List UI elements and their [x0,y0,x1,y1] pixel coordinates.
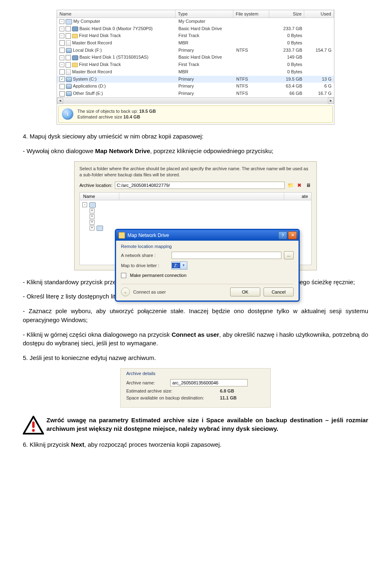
row-type: Basic Hard Disk Drive [176,26,234,32]
row-size: 0 Bytes [270,61,305,68]
row-checkbox[interactable] [66,55,71,60]
browse-button[interactable]: ... [284,251,294,259]
new-folder-icon[interactable]: 📁 [287,182,294,189]
row-fs: NTFS [234,76,270,83]
cancel-button[interactable]: Cancel [264,287,294,296]
row-name: Master Boot Record [72,40,112,45]
row-size: 233.7 GB [270,26,305,32]
col-size[interactable]: Size [269,10,304,18]
row-used: 6 G [305,83,334,90]
dialog-title: Map Network Drive [127,233,169,238]
step-5-heading: 5. Jeśli jest to konieczne edytuj nazwę … [23,353,368,362]
mbr-icon [66,69,71,75]
table-row[interactable]: System (C:)PrimaryNTFS19.5 GB13 G [57,76,334,83]
help-button[interactable]: ? [278,231,287,239]
row-size: 63.4 GB [270,83,305,90]
archive-location-input[interactable] [115,182,285,189]
connect-as-user-label[interactable]: Connect as user [133,290,227,294]
scroll-left-icon[interactable]: ◄ [57,98,63,104]
horizontal-scrollbar[interactable]: ◄ ► [57,97,334,104]
row-name: Local Disk (F:) [73,48,102,53]
info-line2-value: 10.4 GB [123,114,140,119]
row-fs: NTFS [234,90,270,97]
archive-location-description: Select a folder where the archive should… [79,166,312,178]
archive-location-label: Archive location: [79,183,112,188]
row-checkbox[interactable] [59,40,65,46]
row-checkbox[interactable] [59,77,65,82]
network-share-label: A network share : [121,253,169,258]
row-used: 16.7 G [305,90,334,97]
scroll-right-icon[interactable]: ► [328,98,334,104]
computer-icon [97,226,103,231]
col-name-label[interactable]: Name [80,193,119,200]
disk-selection-window: Name Type File system Size Used -My Comp… [57,10,334,125]
table-row[interactable]: -First Hard Disk TrackFirst Track0 Bytes [57,61,334,68]
step-4-bullet-1: - Wywołaj okno dialogowe Map Network Dri… [23,147,368,156]
row-checkbox[interactable] [66,26,71,31]
row-size: 19.5 GB [270,76,305,83]
row-type: My Computer [176,18,234,25]
row-fs: NTFS [234,47,270,54]
map-network-drive-dialog: Map Network Drive ? ✕ Remote location ma… [115,229,300,302]
permanent-connection-checkbox[interactable] [121,273,126,278]
map-drive-icon[interactable]: 🖥 [305,182,312,189]
vol-icon [66,91,72,96]
row-checkbox[interactable] [66,33,71,39]
table-row[interactable]: -Basic Hard Disk 0 (Maxtor 7Y250P0)Basic… [57,25,334,33]
row-checkbox[interactable] [59,91,65,97]
table-row[interactable]: Local Disk (F:)PrimaryNTFS233.7 GB154.7 … [57,47,334,54]
folder-tree[interactable]: - + + + + Map Network Drive ? ✕ Remote l… [79,200,312,265]
chevron-down-icon[interactable]: ▼ [180,262,187,269]
col-type[interactable]: Type [176,10,233,18]
step-4-heading: 4. Mapuj dysk sieciowy aby umieścić w ni… [23,132,368,141]
col-date-label[interactable]: ate [284,193,311,200]
tree-toggle-icon[interactable]: - [59,19,64,24]
table-row[interactable]: Master Boot RecordMBR0 Bytes [57,39,334,47]
row-checkbox[interactable] [59,84,65,89]
dialog-titlebar[interactable]: Map Network Drive ? ✕ [116,230,299,241]
row-name: First Hard Disk Track [79,33,121,38]
row-size: 233.7 GB [270,47,305,54]
row-type: First Track [176,33,234,39]
tree-toggle-icon[interactable]: - [59,33,64,38]
row-checkbox[interactable] [59,69,65,75]
row-type: MBR [176,40,234,46]
drive-letter-combo[interactable]: Z: ▼ [171,261,187,270]
table-row[interactable]: -Basic Hard Disk 1 (ST3160815AS)Basic Ha… [57,54,334,61]
step-4-bullet-4: - Zaznacz pole wyboru, aby utworzyć połą… [23,307,368,325]
col-fs[interactable]: File system [233,10,269,18]
delete-icon[interactable]: ✖ [296,182,303,189]
row-fs: NTFS [234,83,270,90]
row-type: Primary [176,83,234,90]
tree-toggle-icon[interactable]: - [59,55,64,60]
expand-handle-icon[interactable]: ⌄ [121,287,130,296]
disk-icon [72,55,78,60]
table-row[interactable]: -My ComputerMy Computer [57,18,334,25]
row-checkbox[interactable] [59,48,65,53]
row-size: 66 GB [270,90,305,97]
close-button[interactable]: ✕ [288,231,297,239]
row-name: System (C:) [73,77,97,81]
estimated-size-value: 6.8 GB [220,388,234,393]
table-row[interactable]: -First Hard Disk TrackFirst Track0 Bytes [57,32,334,39]
ok-button[interactable]: OK [230,287,260,296]
group-label: Remote location mapping [121,244,294,249]
row-size [270,18,305,25]
folder-list-header: Name ate [79,192,312,200]
table-row[interactable]: Applications (D:)PrimaryNTFS63.4 GB6 G [57,83,334,90]
col-name[interactable]: Name [57,10,176,18]
row-used [305,33,334,39]
network-share-input[interactable] [171,252,281,259]
archive-name-input[interactable] [170,379,248,386]
row-fs [234,54,270,61]
table-row[interactable]: Master Boot RecordMBR0 Bytes [57,68,334,76]
archive-details-panel: Archive details Archive name: Estimated … [120,368,271,408]
row-type: Basic Hard Disk Drive [176,54,234,61]
dialog-icon [119,232,125,239]
tree-toggle-icon[interactable]: - [59,26,64,31]
tree-toggle-icon[interactable]: - [59,62,64,67]
row-checkbox[interactable] [66,62,71,68]
table-header: Name Type File system Size Used [57,10,334,18]
col-used[interactable]: Used [304,10,334,18]
table-row[interactable]: Other Stuff (E:)PrimaryNTFS66 GB16.7 G [57,90,334,97]
